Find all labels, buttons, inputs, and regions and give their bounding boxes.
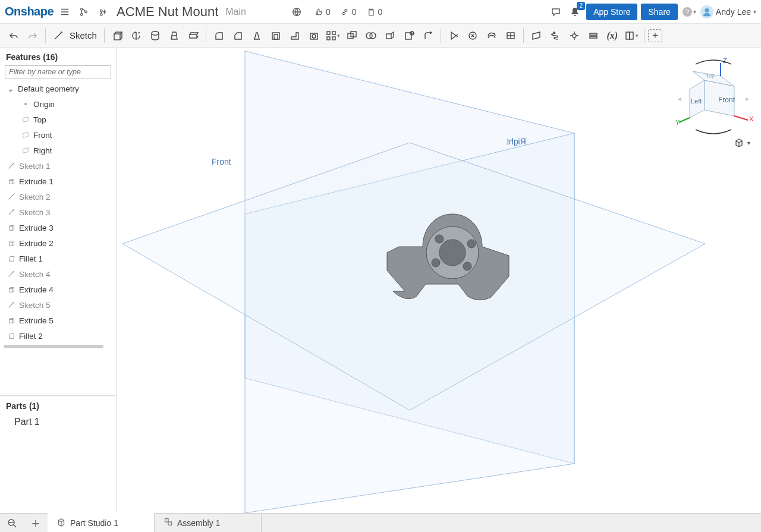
svg-rect-36 [10, 288, 13, 292]
loft-tool[interactable] [165, 27, 183, 45]
feature-row[interactable]: Extrude 2 [0, 235, 116, 251]
replace-face-tool[interactable] [464, 27, 482, 45]
likes-count[interactable]: 0 [314, 7, 331, 17]
feature-row[interactable]: Front [0, 127, 116, 143]
feature-row[interactable]: Sketch 2 [0, 189, 116, 204]
feature-row[interactable]: Top [0, 112, 116, 127]
plane-tool[interactable] [527, 27, 545, 45]
variable-tool[interactable]: (x) [603, 27, 621, 45]
chamfer-tool[interactable] [229, 27, 247, 45]
feature-label: Fillet 2 [19, 332, 43, 341]
svg-rect-13 [274, 34, 278, 39]
assembly-icon [163, 517, 174, 529]
feature-row[interactable]: Extrude 3 [0, 220, 116, 235]
notifications-icon[interactable]: 2 [567, 4, 583, 20]
feature-row[interactable]: Right [0, 143, 116, 158]
boolean-tool[interactable] [343, 27, 361, 45]
svg-point-4 [100, 13, 103, 15]
hamburger-icon[interactable] [57, 4, 73, 20]
pattern-tool[interactable]: ▾ [324, 27, 342, 45]
feature-filter-input[interactable] [5, 65, 111, 78]
svg-text:▸: ▸ [746, 95, 749, 103]
feature-row[interactable]: Fillet 1 [0, 251, 116, 266]
svg-text:?: ? [685, 8, 689, 15]
thicken-tool[interactable] [184, 27, 202, 45]
tab-part-studio[interactable]: Part Studio 1 [48, 513, 155, 532]
globe-icon[interactable] [289, 4, 304, 20]
onshape-logo[interactable]: Onshape [5, 5, 54, 18]
feature-row[interactable]: Sketch 4 [0, 266, 116, 282]
svg-rect-34 [10, 226, 13, 230]
share-button[interactable]: Share [641, 4, 677, 20]
feature-label: Fillet 1 [19, 254, 43, 263]
helix-tool[interactable] [546, 27, 564, 45]
svg-rect-35 [10, 242, 13, 245]
svg-point-3 [100, 10, 103, 12]
revolve-tool[interactable] [127, 27, 145, 45]
configure-tool[interactable]: ▾ [622, 27, 640, 45]
sheet-metal-tool[interactable] [584, 27, 602, 45]
feature-row[interactable]: Sketch 3 [0, 204, 116, 220]
app-store-button[interactable]: App Store [586, 4, 637, 20]
help-icon[interactable]: ? ▾ [681, 4, 697, 20]
model-canvas[interactable]: Front Right Front Left Top X Y Z [117, 48, 761, 513]
redo-button[interactable] [24, 27, 42, 45]
add-custom-feature-tool[interactable]: ＋ [648, 29, 662, 42]
svg-rect-31 [630, 32, 633, 39]
view-mode-toggle[interactable]: ▾ [733, 137, 750, 149]
fillet-tool[interactable] [210, 27, 228, 45]
view-cube[interactable]: Front Left Top X Y Z ◂ ▸ [672, 53, 755, 137]
links-count[interactable]: 0 [340, 7, 357, 17]
tab-manager-button[interactable] [0, 514, 24, 532]
feature-row[interactable]: Origin [0, 96, 116, 112]
split-tool[interactable] [362, 27, 380, 45]
add-tab-button[interactable]: ＋ [24, 514, 48, 532]
feature-row[interactable]: Extrude 5 [0, 313, 116, 328]
feature-label: Origin [33, 100, 55, 109]
sketch-icon[interactable] [49, 27, 67, 45]
sweep-tool[interactable] [146, 27, 164, 45]
insert-icon[interactable] [95, 4, 111, 20]
move-face-tool[interactable] [445, 27, 463, 45]
delete-face-tool[interactable] [400, 27, 418, 45]
canvas-svg [117, 48, 761, 513]
svg-text:◂: ◂ [678, 95, 681, 103]
feature-label: Extrude 1 [19, 177, 54, 186]
user-menu[interactable]: Andy Lee ▾ [700, 5, 756, 18]
rib-tool[interactable] [286, 27, 304, 45]
version-graph-icon[interactable] [76, 4, 92, 20]
user-name: Andy Lee [716, 7, 751, 17]
svg-rect-17 [332, 32, 335, 34]
feature-label: Sketch 3 [19, 208, 51, 217]
hole-tool[interactable] [305, 27, 323, 45]
undo-button[interactable] [5, 27, 23, 45]
feature-label: Extrude 5 [19, 316, 54, 325]
feature-label: Extrude 4 [19, 285, 54, 294]
shell-tool[interactable] [267, 27, 285, 45]
tab-assembly[interactable]: Assembly 1 [155, 514, 262, 532]
comments-icon[interactable] [548, 4, 564, 20]
copies-count[interactable]: 0 [366, 7, 383, 17]
notification-badge: 2 [577, 2, 585, 10]
svg-line-50 [734, 116, 748, 120]
feature-row[interactable]: Extrude 4 [0, 282, 116, 297]
offset-surface-tool[interactable] [483, 27, 501, 45]
feature-row[interactable]: Fillet 2 [0, 328, 116, 344]
feature-row[interactable]: Sketch 5 [0, 297, 116, 313]
mate-connector-tool[interactable] [565, 27, 583, 45]
boundary-surface-tool[interactable] [502, 27, 520, 45]
feature-row[interactable]: Sketch 1 [0, 158, 116, 174]
svg-line-51 [679, 118, 690, 122]
feature-row[interactable]: Extrude 1 [0, 174, 116, 189]
transform-tool[interactable] [381, 27, 399, 45]
document-title[interactable]: ACME Nut Mount [117, 4, 218, 20]
svg-rect-18 [327, 37, 330, 40]
default-geometry-row[interactable]: ⌄ Default geometry [0, 81, 116, 96]
sketch-button[interactable]: Sketch [70, 30, 97, 40]
branch-label[interactable]: Main [225, 7, 246, 17]
part-row[interactable]: Part 1 [0, 414, 116, 430]
svg-point-23 [370, 33, 376, 39]
extrude-tool[interactable] [108, 27, 126, 45]
draft-tool[interactable] [248, 27, 266, 45]
modify-fillet-tool[interactable] [419, 27, 437, 45]
